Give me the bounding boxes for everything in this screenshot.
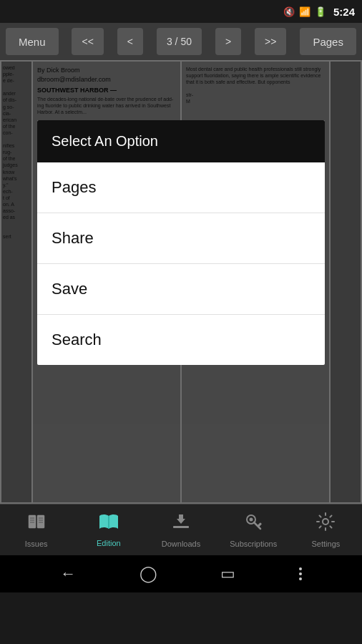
overflow-button[interactable] (299, 567, 302, 580)
pages-button[interactable]: Pages (300, 28, 356, 55)
next-button[interactable]: > (215, 28, 241, 55)
top-nav: Menu << < 3 / 50 > >> Pages (0, 23, 362, 60)
prev-button[interactable]: < (117, 28, 143, 55)
prev-prev-button[interactable]: << (72, 28, 103, 55)
modal-item-save[interactable]: Save (37, 264, 325, 315)
svg-marker-10 (177, 514, 185, 524)
status-bar: 🔇 📶 🔋 5:24 (0, 0, 362, 23)
home-button[interactable]: ◯ (140, 565, 157, 583)
wifi-icon: 📶 (299, 6, 310, 17)
bottom-nav-subscriptions[interactable]: Subscriptions (217, 506, 290, 554)
bottom-nav-edition[interactable]: Edition (72, 507, 145, 553)
svg-point-15 (323, 519, 328, 525)
bottom-nav-issues[interactable]: Issues (0, 506, 72, 554)
modal-title: Select An Option (37, 120, 325, 162)
svg-rect-1 (37, 515, 44, 528)
system-nav: ← ◯ ▭ (0, 555, 362, 592)
menu-button[interactable]: Menu (6, 28, 59, 55)
subscriptions-label: Subscriptions (230, 540, 277, 548)
svg-point-12 (250, 518, 253, 522)
status-icons: 🔇 📶 🔋 5:24 (283, 6, 355, 18)
svg-rect-0 (29, 515, 36, 528)
downloads-icon (171, 512, 191, 537)
edition-label: Edition (97, 539, 121, 547)
back-button[interactable]: ← (60, 565, 76, 583)
recents-button[interactable]: ▭ (220, 565, 235, 583)
settings-icon (315, 512, 336, 537)
status-time: 5:24 (333, 6, 355, 18)
issues-icon (26, 512, 47, 537)
downloads-label: Downloads (162, 540, 200, 548)
bottom-nav: Issues Edition Downloads S (0, 504, 362, 555)
next-next-button[interactable]: >> (255, 28, 286, 55)
settings-label: Settings (312, 540, 341, 548)
bottom-nav-downloads[interactable]: Downloads (145, 506, 217, 554)
battery-icon: 🔋 (315, 6, 326, 17)
mute-icon: 🔇 (283, 6, 295, 17)
issues-label: Issues (25, 540, 48, 548)
bottom-nav-settings[interactable]: Settings (290, 506, 362, 554)
modal-item-search[interactable]: Search (37, 315, 325, 365)
svg-rect-9 (173, 526, 189, 528)
modal-dialog: Select An Option Pages Share Save Search (37, 120, 325, 365)
edition-icon (98, 512, 119, 536)
newspaper-background: owedpple-e de-anderof dis-g so-cia-erica… (0, 60, 362, 504)
page-indicator: 3 / 50 (157, 28, 202, 55)
subscriptions-icon (243, 512, 263, 537)
modal-item-pages[interactable]: Pages (37, 162, 325, 213)
modal-item-share[interactable]: Share (37, 213, 325, 264)
